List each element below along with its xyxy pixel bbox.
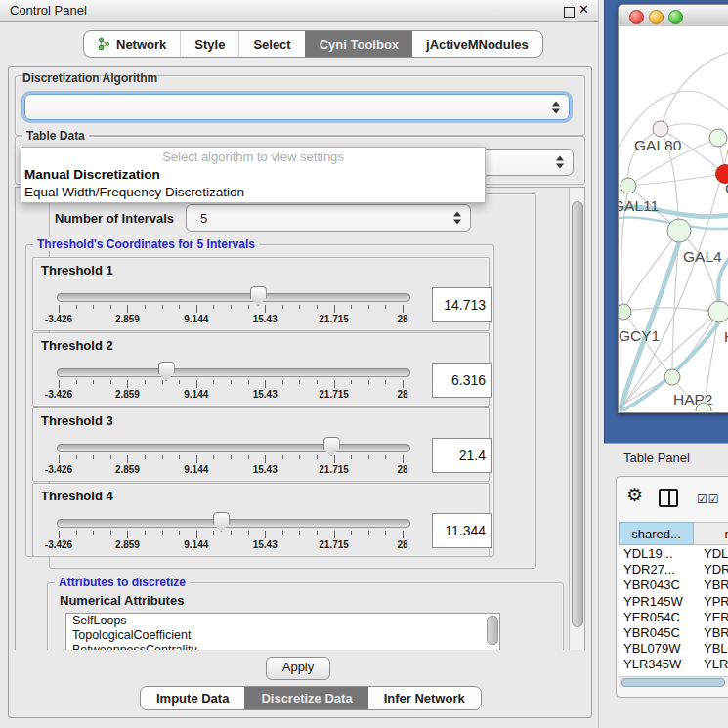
slider-tick (162, 380, 163, 384)
tab-label: Network (116, 37, 166, 52)
vertical-scrollbar-thumb[interactable] (572, 201, 583, 627)
table-row[interactable]: YBR043CYBR0 (619, 578, 728, 593)
horizontal-scrollbar-thumb[interactable] (621, 678, 725, 687)
table-row[interactable]: YBR045CYBR0 (619, 625, 728, 641)
select-columns-icon[interactable]: ☑☑ (697, 492, 720, 506)
tab-infer-network[interactable]: Infer Network (368, 687, 481, 709)
slider-tick (76, 531, 77, 535)
slider-tick (248, 380, 249, 384)
algorithm-combobox[interactable] (24, 94, 570, 120)
table-row[interactable]: YDL19...YDL1 (619, 546, 728, 562)
slider-tick (231, 305, 232, 309)
horizontal-scrollbar[interactable] (619, 676, 728, 687)
tab-select[interactable]: Select (238, 31, 304, 57)
minimize-light-icon[interactable] (649, 10, 664, 24)
cell-name: YPR1 (699, 594, 728, 610)
slider-track[interactable] (57, 519, 410, 528)
number-of-intervals-combobox[interactable]: 5 (186, 204, 471, 232)
close-icon[interactable]: ✕ (578, 2, 589, 17)
dropdown-option[interactable]: Manual Discretization (21, 166, 485, 184)
slider-tick-label: 9.144 (184, 389, 208, 400)
tab-discretize-data[interactable]: Discretize Data (244, 687, 367, 709)
list-scrollbar-thumb[interactable] (487, 616, 498, 645)
threshold-value-field[interactable]: 11.344 (432, 513, 492, 548)
slider-tick (162, 455, 163, 459)
slider-tick (299, 305, 300, 309)
slider-tick-label: 28 (397, 539, 407, 550)
slider-thumb[interactable] (323, 437, 340, 456)
table-row[interactable]: YBL079WYBL0 (619, 641, 728, 657)
table-rows: YDL19...YDL1YDR27...YDR2YBR043CYBR0YPR14… (619, 546, 728, 676)
network-node-gal80[interactable] (653, 121, 668, 137)
bottom-tab-bar: Impute DataDiscretize DataInfer Network (140, 686, 482, 710)
slider-tick (299, 455, 300, 459)
slider-tick (403, 455, 404, 463)
slider-tick (93, 305, 94, 309)
combo-arrows-icon[interactable] (556, 156, 564, 169)
dropdown-option[interactable]: Equal Width/Frequency Discretization (21, 184, 485, 201)
slider-track[interactable] (57, 293, 410, 302)
combo-arrows-icon[interactable] (453, 212, 461, 225)
slider-tick-label: 9.144 (184, 539, 208, 550)
network-node-ga[interactable] (709, 129, 727, 147)
network-node-gal11[interactable] (621, 178, 636, 193)
slider-tick (368, 455, 369, 459)
network-node-hap2[interactable] (664, 369, 680, 385)
apply-button[interactable]: Apply (266, 657, 330, 680)
table-row[interactable]: YLR345WYLR3 (619, 657, 728, 672)
slider-track[interactable] (57, 368, 410, 377)
attribute-list-item[interactable]: TopologicalCoefficient (66, 628, 499, 643)
slider-tick (93, 455, 94, 459)
slider-tick (317, 531, 318, 535)
tab-impute-data[interactable]: Impute Data (141, 687, 244, 709)
table-row[interactable]: YPR145WYPR1 (619, 594, 728, 610)
slider-tick (127, 531, 128, 538)
threshold-value-field[interactable]: 14.713 (432, 287, 492, 322)
combo-arrows-icon[interactable] (552, 101, 560, 113)
slider-tick (213, 305, 214, 309)
slider-thumb[interactable] (213, 512, 230, 532)
table-toolbar: ⚙ ☑☑ (617, 477, 728, 520)
close-light-icon[interactable] (629, 10, 644, 24)
tab-style[interactable]: Style (180, 31, 238, 57)
threshold-coordinates-group: Threshold's Coordinates for 5 Intervals … (25, 244, 494, 557)
slider-tick (368, 380, 369, 384)
threshold-title: Threshold 3 (41, 413, 113, 428)
zoom-light-icon[interactable] (668, 10, 683, 24)
network-node-h[interactable] (708, 301, 728, 322)
vertical-scrollbar[interactable] (569, 188, 584, 651)
slider-tick (248, 455, 249, 459)
network-graph: GAL80GACGAL11GAL4GCY1HHAP2 (619, 26, 728, 411)
float-window-icon[interactable] (564, 7, 575, 18)
threshold-panel-1: Threshold 1-3.4262.8599.14415.4321.71528… (32, 257, 490, 331)
window-title: Control Panel (10, 3, 87, 18)
table-row[interactable]: YDR27...YDR2 (619, 562, 728, 578)
slider-tick (110, 531, 111, 535)
cell-shared-name: YBL079W (619, 641, 699, 657)
slider-tick-label: 15.43 (253, 464, 278, 475)
threshold-value-field[interactable]: 6.316 (432, 363, 492, 398)
slider-thumb[interactable] (158, 362, 175, 381)
slider-track[interactable] (57, 444, 410, 452)
slider-tick (145, 380, 146, 384)
gear-icon[interactable]: ⚙ (626, 485, 643, 506)
threshold-value-field[interactable]: 21.4 (432, 438, 492, 473)
attributes-group-label: Attributes to discretize (55, 576, 190, 589)
tab-cyni-toolbox[interactable]: Cyni Toolbox (305, 31, 412, 57)
split-columns-icon[interactable] (659, 489, 678, 507)
cell-shared-name: YBR045C (619, 625, 699, 641)
tab-network[interactable]: Network (84, 31, 180, 57)
slider-tick-label: 15.43 (253, 539, 278, 550)
network-canvas[interactable]: GAL80GACGAL11GAL4GCY1HHAP2 (619, 26, 728, 411)
threshold-panel-4: Threshold 4-3.4262.8599.14415.4321.71528… (32, 483, 490, 557)
network-node-gal4[interactable] (667, 219, 691, 242)
network-node-gcy1[interactable] (619, 304, 631, 320)
table-row[interactable]: YER054CYER0 (619, 610, 728, 625)
tab-jactivemnodules[interactable]: jActiveMNodules (412, 31, 542, 57)
slider-thumb[interactable] (250, 286, 267, 306)
column-header-shared[interactable]: shared... (619, 522, 694, 545)
attribute-list-item[interactable]: SelfLoops (66, 614, 499, 628)
column-header-name[interactable]: n (694, 522, 728, 545)
network-icon (98, 37, 110, 51)
discretization-algorithm-label: Discretization Algorithm (22, 71, 157, 85)
